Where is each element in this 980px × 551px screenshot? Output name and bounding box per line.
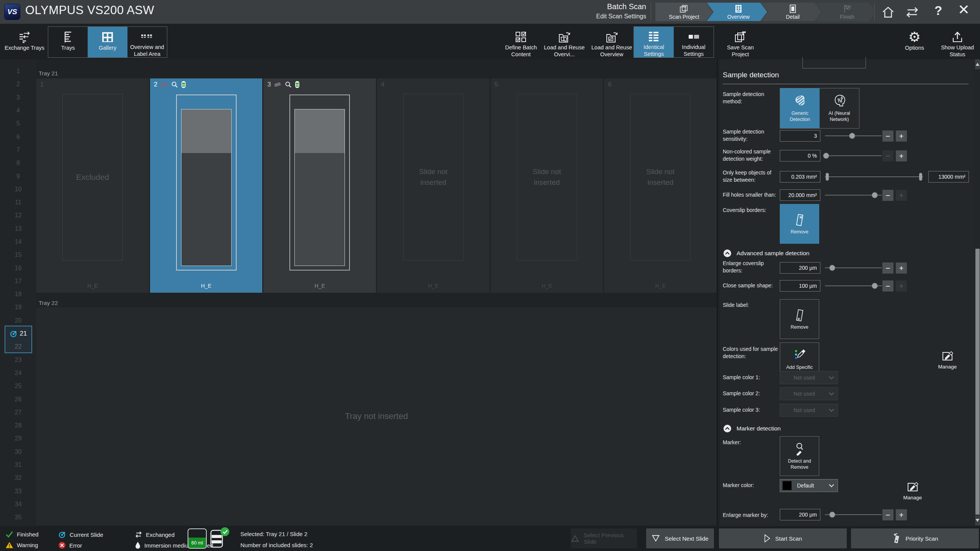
scroll-up-button[interactable] bbox=[975, 59, 980, 69]
start-scan-button[interactable]: Start Scan bbox=[719, 528, 847, 548]
tray-list-item-32[interactable]: 32 bbox=[0, 471, 36, 484]
tray-list-item-33[interactable]: 33 bbox=[0, 485, 36, 498]
trays-view-button[interactable]: Trays bbox=[48, 27, 88, 57]
tray-list-item-20[interactable]: 20 bbox=[0, 314, 36, 327]
enlarge-coverslip-minus-button[interactable]: − bbox=[882, 262, 893, 274]
tray-list-item-21[interactable]: 21 bbox=[0, 327, 36, 340]
save-scan-project-button[interactable]: Save Scan Project bbox=[721, 26, 760, 58]
enlarge-marker-plus-button[interactable]: + bbox=[896, 509, 907, 520]
tray-list-item-25[interactable]: 25 bbox=[0, 380, 36, 393]
tray-list-item-17[interactable]: 17 bbox=[0, 275, 36, 288]
scroll-down-button[interactable] bbox=[975, 515, 980, 525]
tray-list-item-30[interactable]: 30 bbox=[0, 445, 36, 458]
tray-list-item-7[interactable]: 7 bbox=[0, 143, 36, 156]
tray-list-item-2[interactable]: 2 bbox=[0, 78, 36, 91]
show-upload-status-button[interactable]: Show Upload Status bbox=[936, 26, 978, 58]
step-scan-project[interactable]: Scan Project bbox=[655, 3, 713, 21]
tray-list-item-9[interactable]: 9 bbox=[0, 170, 36, 183]
gallery-view-button[interactable]: Gallery bbox=[88, 27, 127, 57]
close-sample-shape-input[interactable]: 100 µm bbox=[780, 280, 820, 292]
weight-input[interactable]: 0 % bbox=[780, 150, 820, 161]
tray-list-item-27[interactable]: 27 bbox=[0, 406, 36, 419]
close-sample-shape-slider[interactable] bbox=[825, 280, 882, 292]
tray-list-item-14[interactable]: 14 bbox=[0, 235, 36, 248]
sensitivity-plus-button[interactable]: + bbox=[896, 130, 907, 142]
options-button[interactable]: ⚙ Options bbox=[900, 26, 929, 58]
manage-marker-colors-button[interactable]: Manage bbox=[897, 480, 929, 500]
exchange-trays-button[interactable]: Exchange Trays bbox=[2, 26, 47, 58]
enlarge-marker-minus-button[interactable]: − bbox=[882, 509, 893, 520]
detect-and-remove-button[interactable]: Detect and Remove bbox=[780, 436, 819, 476]
slide-label-remove-button[interactable]: Remove bbox=[780, 299, 819, 339]
priority-scan-button[interactable]: Priority Scan bbox=[851, 528, 979, 548]
range-low-handle[interactable] bbox=[826, 173, 829, 181]
slide-cell-2-selected[interactable]: 2 H_E bbox=[150, 78, 263, 293]
tray-list-item-31[interactable]: 31 bbox=[0, 458, 36, 471]
fill-holes-minus-button[interactable]: − bbox=[882, 190, 893, 201]
magnifier-icon[interactable] bbox=[171, 81, 178, 88]
slide-cell-1[interactable]: 1 Excluded H_E bbox=[36, 78, 149, 293]
tray-list-item-15[interactable]: 15 bbox=[0, 248, 36, 261]
exchange-icon[interactable] bbox=[904, 6, 920, 19]
enlarge-coverslip-input[interactable]: 200 µm bbox=[780, 262, 820, 274]
tray-list-item-4[interactable]: 4 bbox=[0, 104, 36, 117]
tray-list-item-13[interactable]: 13 bbox=[0, 222, 36, 235]
enlarge-coverslip-plus-button[interactable]: + bbox=[896, 262, 907, 274]
ai-neural-network-button[interactable]: AI (Neural Network) bbox=[820, 88, 859, 128]
advanced-sample-detection-header[interactable]: Advanced sample detection bbox=[723, 249, 809, 258]
tray-list-item-12[interactable]: 12 bbox=[0, 209, 36, 222]
tray-list-item-34[interactable]: 34 bbox=[0, 498, 36, 511]
select-next-slide-button[interactable]: Select Next Slide bbox=[646, 528, 714, 548]
define-batch-content-button[interactable]: Define Batch Content bbox=[500, 26, 542, 58]
slide-cell-3[interactable]: 3 H_E bbox=[263, 78, 376, 293]
tray-list-item-28[interactable]: 28 bbox=[0, 419, 36, 432]
tray-list-item-26[interactable]: 26 bbox=[0, 393, 36, 406]
marker-color-dropdown[interactable]: Default bbox=[780, 479, 838, 492]
slide-cell-5[interactable]: 5 Slide not inserted H_E bbox=[491, 78, 603, 293]
generic-detection-button[interactable]: Generic Detection bbox=[780, 88, 820, 128]
size-max-input[interactable]: 13000 mm² bbox=[928, 171, 969, 183]
sensitivity-slider[interactable] bbox=[825, 130, 882, 142]
close-sample-shape-minus-button[interactable]: − bbox=[882, 280, 893, 292]
tray-list-item-5[interactable]: 5 bbox=[0, 117, 36, 130]
tray-list-item-8[interactable]: 8 bbox=[0, 156, 36, 170]
identical-settings-button[interactable]: Identical Settings bbox=[634, 27, 674, 57]
fill-holes-input[interactable]: 20.000 mm² bbox=[780, 189, 820, 201]
enlarge-marker-slider[interactable] bbox=[825, 509, 882, 520]
enlarge-marker-input[interactable]: 200 µm bbox=[780, 509, 820, 520]
coverslip-remove-button[interactable]: Remove bbox=[780, 204, 819, 244]
slide-cell-4[interactable]: 4 Slide not inserted H_E bbox=[377, 78, 490, 293]
weight-plus-button[interactable]: + bbox=[896, 150, 907, 161]
tray-list-item-22[interactable]: 22 bbox=[0, 340, 36, 353]
tray-list-item-29[interactable]: 29 bbox=[0, 432, 36, 445]
help-icon[interactable]: ? bbox=[934, 3, 942, 18]
individual-settings-button[interactable]: Individual Settings bbox=[674, 27, 714, 57]
tray-list-item-19[interactable]: 19 bbox=[0, 301, 36, 314]
scrollbar-thumb[interactable] bbox=[975, 249, 980, 515]
tray-list-item-11[interactable]: 11 bbox=[0, 196, 36, 209]
tray-list-item-18[interactable]: 18 bbox=[0, 288, 36, 301]
fill-holes-slider[interactable] bbox=[825, 189, 882, 201]
tray-list-item-3[interactable]: 3 bbox=[0, 91, 36, 104]
magnifier-icon[interactable] bbox=[285, 81, 292, 88]
size-range-slider[interactable] bbox=[825, 171, 923, 183]
tray-list-item-35[interactable]: 35 bbox=[0, 511, 36, 524]
slide-cell-6[interactable]: 6 Slide not inserted H_E bbox=[604, 78, 717, 293]
tray-list-item-23[interactable]: 23 bbox=[0, 354, 36, 367]
tray-list-item-10[interactable]: 10 bbox=[0, 183, 36, 196]
sensitivity-input[interactable]: 3 bbox=[780, 130, 820, 142]
load-reuse-overview-settings-button[interactable]: Load and Reuse Overvi... bbox=[543, 26, 586, 58]
enlarge-coverslip-slider[interactable] bbox=[825, 262, 882, 274]
weight-slider[interactable] bbox=[825, 150, 882, 161]
manage-colors-button[interactable]: Manage bbox=[931, 349, 964, 370]
step-detail[interactable]: Detail bbox=[761, 3, 822, 21]
close-icon[interactable]: ✕ bbox=[958, 3, 970, 17]
home-icon[interactable] bbox=[880, 5, 896, 20]
step-overview[interactable]: Overview bbox=[707, 3, 767, 21]
tray-list-item-24[interactable]: 24 bbox=[0, 367, 36, 380]
range-high-handle[interactable] bbox=[919, 173, 922, 181]
tray-list-item-16[interactable]: 16 bbox=[0, 261, 36, 274]
marker-detection-header[interactable]: Marker detection bbox=[723, 424, 781, 433]
tray-list-item-6[interactable]: 6 bbox=[0, 130, 36, 143]
tray-list-item-1[interactable]: 1 bbox=[0, 65, 36, 78]
